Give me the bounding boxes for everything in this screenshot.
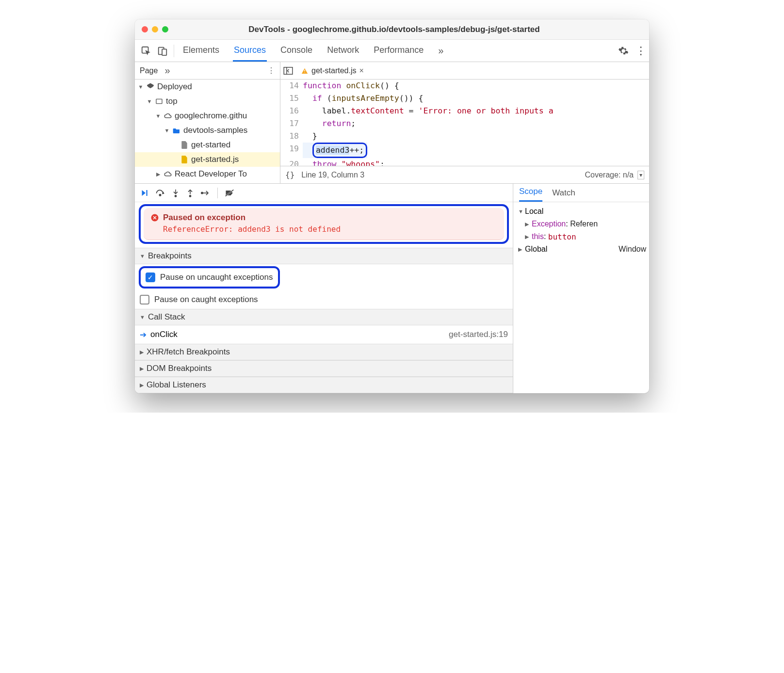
step-into-icon[interactable] [172,189,180,197]
editor-tab-file[interactable]: get-started.js × [297,66,368,75]
separator [217,188,218,198]
current-frame-icon: ➔ [140,330,147,340]
maximize-window-button[interactable] [162,26,168,32]
paused-error: ReferenceError: addend3 is not defined [163,224,497,234]
debugger-left: Paused on exception ReferenceError: adde… [135,184,513,393]
code-text: function onClick() { [303,80,399,92]
scope-tabs: Scope Watch [513,184,649,202]
navigator-overflow[interactable]: » [164,65,170,76]
dom-breakpoints-header[interactable]: ▶DOM Breakpoints [135,360,513,377]
svg-point-9 [189,195,191,196]
file-tree: ▼Deployed ▼top ▼googlechrome.githu ▼devt… [135,80,280,183]
pause-uncaught-row[interactable]: ✓ Pause on uncaught exceptions [141,268,278,287]
step-icon[interactable] [201,190,211,196]
scope-local[interactable]: ▼Local [516,205,646,218]
navigator-tab-page[interactable]: Page [140,66,158,75]
tree-file-html[interactable]: get-started [135,138,280,152]
checkbox-checked-icon[interactable]: ✓ [146,272,155,282]
pause-caught-label: Pause on caught exceptions [154,295,258,304]
pause-caught-row[interactable]: Pause on caught exceptions [135,290,513,309]
coverage-dropdown-icon[interactable]: ▾ [637,171,644,179]
tab-console[interactable]: Console [279,40,313,62]
window-title: DevTools - googlechrome.github.io/devtoo… [175,25,642,34]
cursor-position: Line 19, Column 3 [301,171,364,179]
tab-sources[interactable]: Sources [233,40,267,62]
frame-icon [154,97,164,105]
main-toolbar: Elements Sources Console Network Perform… [135,40,649,62]
line-number[interactable]: 18 [280,130,303,143]
folder-icon [172,127,181,134]
coverage-label: Coverage: n/a [585,171,634,179]
scope-pane: Scope Watch ▼Local ▶Exception: Referen ▶… [513,184,649,393]
tree-node-react[interactable]: ▶React Developer To [135,167,280,181]
navigator-pane: Page » ⋮ ▼Deployed ▼top ▼googlechrome.gi… [135,62,280,183]
checkbox-unchecked-icon[interactable] [140,295,149,304]
breakpoints-header[interactable]: ▼Breakpoints [135,248,513,264]
tabs-overflow-button[interactable]: » [437,40,444,62]
tree-node-origin[interactable]: ▼googlechrome.githu [135,109,280,123]
code-line[interactable]: 15 if (inputsAreEmpty()) { [280,92,649,105]
kebab-menu-icon[interactable]: ⋮ [636,45,646,57]
format-braces-icon[interactable]: {} [285,170,294,179]
xhr-breakpoints-header[interactable]: ▶XHR/fetch Breakpoints [135,344,513,360]
navigator-header: Page » ⋮ [135,62,280,80]
tree-node-deployed[interactable]: ▼Deployed [135,80,280,94]
separator [174,45,174,57]
call-frame-name: onClick [150,330,178,339]
line-number[interactable]: 20 [280,158,303,166]
traffic-lights [142,26,168,32]
tree-node-folder[interactable]: ▼devtools-samples [135,123,280,138]
line-number[interactable]: 14 [280,80,303,92]
step-over-icon[interactable] [155,189,165,197]
call-frame[interactable]: ➔ onClick get-started.js:19 [135,325,513,344]
code-line[interactable]: 19 addend3++; [280,143,649,158]
code-line[interactable]: 14function onClick() { [280,80,649,92]
svg-point-10 [201,192,203,193]
close-tab-icon[interactable]: × [359,66,363,75]
line-number[interactable]: 17 [280,117,303,130]
debugger-pane: Paused on exception ReferenceError: adde… [135,183,649,393]
tab-performance[interactable]: Performance [373,40,425,62]
code-line[interactable]: 18 } [280,130,649,143]
deactivate-breakpoints-icon[interactable] [225,189,234,197]
tab-watch[interactable]: Watch [552,188,575,202]
document-icon [180,141,189,149]
settings-icon[interactable] [618,46,629,56]
tab-scope[interactable]: Scope [519,187,542,202]
callstack-header[interactable]: ▼Call Stack [135,309,513,325]
tab-elements[interactable]: Elements [182,40,220,62]
minimize-window-button[interactable] [152,26,158,32]
line-number[interactable]: 19 [280,143,303,158]
sources-main: Page » ⋮ ▼Deployed ▼top ▼googlechrome.gi… [135,62,649,183]
scope-global[interactable]: ▶GlobalWindow [516,243,646,256]
global-listeners-header[interactable]: ▶Global Listeners [135,377,513,393]
scope-exception[interactable]: ▶Exception: Referen [516,218,646,230]
tab-network[interactable]: Network [326,40,360,62]
navigator-more-icon[interactable]: ⋮ [267,66,275,75]
code-line[interactable]: 17 return; [280,117,649,130]
code-line[interactable]: 20 throw "whoops"; [280,158,649,166]
debugger-toolbar [135,184,513,202]
resume-icon[interactable] [140,189,148,197]
code-editor[interactable]: 14function onClick() {15 if (inputsAreEm… [280,80,649,166]
svg-rect-3 [156,99,162,103]
step-out-icon[interactable] [186,189,194,197]
paused-banner-highlight: Paused on exception ReferenceError: adde… [139,204,509,244]
device-toolbar-icon[interactable] [154,43,171,59]
js-file-icon [180,156,189,163]
tree-node-top[interactable]: ▼top [135,94,280,109]
close-window-button[interactable] [142,26,148,32]
line-number[interactable]: 16 [280,105,303,117]
devtools-window: DevTools - googlechrome.github.io/devtoo… [135,19,649,393]
tree-file-js[interactable]: get-started.js [135,152,280,167]
pause-uncaught-highlight: ✓ Pause on uncaught exceptions [139,266,280,288]
code-text: return; [303,117,356,130]
scope-this[interactable]: ▶this: button [516,230,646,243]
code-line[interactable]: 16 label.textContent = 'Error: one or bo… [280,105,649,117]
editor-statusbar: {} Line 19, Column 3 Coverage: n/a ▾ [280,166,649,183]
inspect-element-icon[interactable] [138,43,154,59]
line-number[interactable]: 15 [280,92,303,105]
toggle-navigator-icon[interactable] [283,67,297,75]
pause-uncaught-label: Pause on uncaught exceptions [160,272,273,282]
editor-tabs: get-started.js × [280,62,649,80]
